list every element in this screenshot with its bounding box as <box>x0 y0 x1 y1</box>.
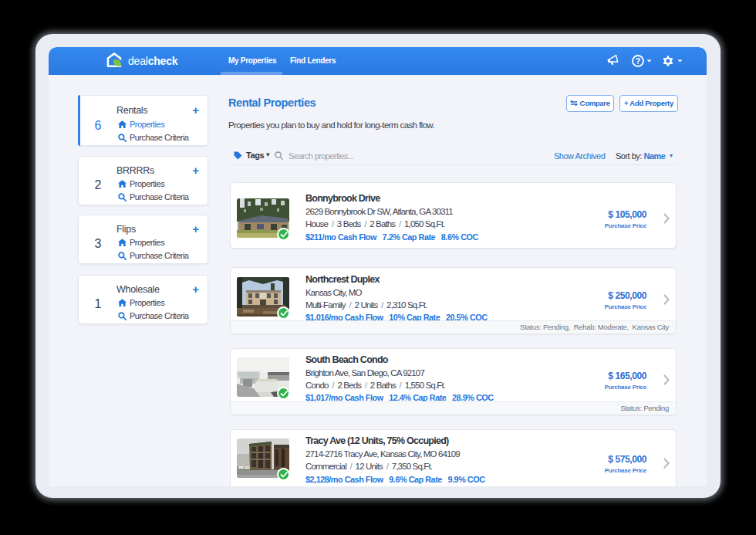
svg-text:?: ? <box>636 56 640 66</box>
